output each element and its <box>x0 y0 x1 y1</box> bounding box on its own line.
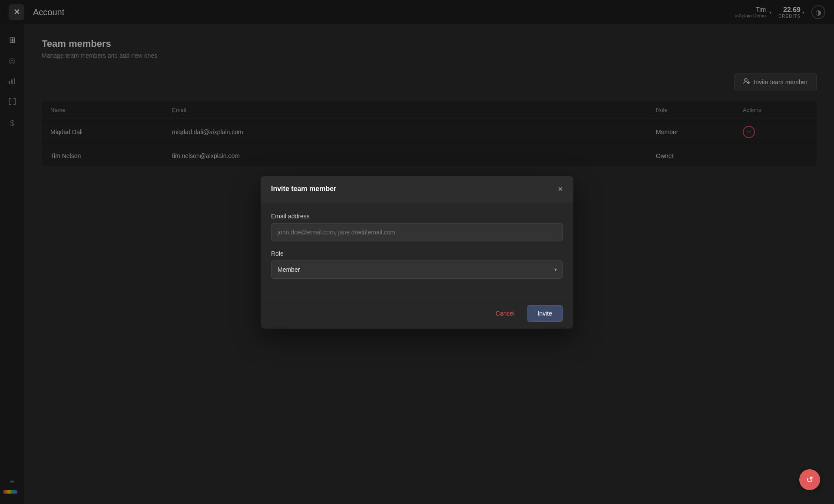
role-select[interactable]: Member Admin Owner <box>271 260 563 279</box>
close-icon: × <box>558 184 563 194</box>
modal-header: Invite team member × <box>261 176 573 202</box>
cancel-button[interactable]: Cancel <box>489 306 522 321</box>
refresh-icon: ↺ <box>806 474 814 485</box>
email-input[interactable] <box>271 223 563 241</box>
modal-body: Email address Role Member Admin Owner ▾ <box>261 202 573 298</box>
modal-overlay[interactable]: Invite team member × Email address Role … <box>0 0 834 504</box>
role-form-group: Role Member Admin Owner ▾ <box>271 250 563 279</box>
invite-button[interactable]: Invite <box>527 305 563 322</box>
invite-modal: Invite team member × Email address Role … <box>261 176 573 329</box>
email-form-group: Email address <box>271 213 563 241</box>
modal-footer: Cancel Invite <box>261 298 573 329</box>
modal-title: Invite team member <box>271 185 336 193</box>
modal-close-button[interactable]: × <box>558 184 563 193</box>
fab-button[interactable]: ↺ <box>799 469 820 490</box>
email-label: Email address <box>271 213 563 220</box>
role-select-wrapper: Member Admin Owner ▾ <box>271 260 563 279</box>
role-label: Role <box>271 250 563 257</box>
